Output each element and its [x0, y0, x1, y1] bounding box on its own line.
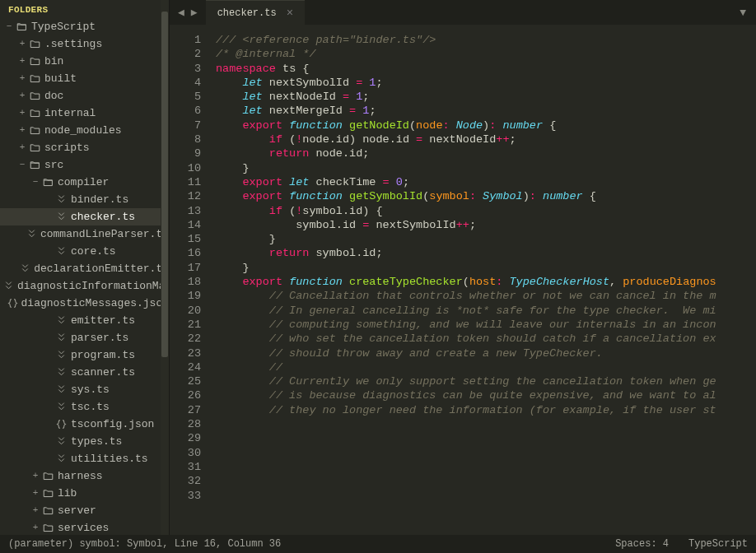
tree-folder[interactable]: +.settings: [0, 35, 169, 53]
line-number: 9: [170, 146, 216, 160]
expander-icon[interactable]: +: [30, 472, 41, 481]
expander-icon[interactable]: −: [3, 22, 15, 31]
code-line[interactable]: let nextNodeId = 1;: [216, 90, 756, 104]
expander-icon[interactable]: +: [16, 74, 28, 83]
code-line[interactable]: // Currently we only support setting the…: [216, 374, 756, 388]
tree-label: bin: [44, 55, 63, 67]
code-line[interactable]: // is because diagnostics can be quite e…: [216, 388, 756, 402]
code-line[interactable]: }: [216, 161, 756, 175]
expander-icon[interactable]: +: [16, 109, 28, 118]
code-line[interactable]: /* @internal */: [216, 47, 756, 61]
code-line[interactable]: symbol.id = nextSymbolId++;: [216, 218, 756, 232]
folder-icon: [41, 488, 54, 499]
tree-file[interactable]: types.ts: [0, 433, 169, 450]
tree-folder[interactable]: +server: [0, 502, 169, 519]
tree-label: utilities.ts: [71, 453, 148, 465]
close-icon[interactable]: ×: [287, 7, 293, 20]
code-line[interactable]: export function createTypeChecker(host: …: [216, 275, 756, 289]
tree-file[interactable]: scanner.ts: [0, 364, 169, 381]
tree-folder[interactable]: +scripts: [0, 139, 169, 156]
code-line[interactable]: }: [216, 261, 756, 275]
tree-file[interactable]: parser.ts: [0, 329, 169, 346]
code-content[interactable]: /// <reference path="binder.ts"/>/* @int…: [216, 25, 756, 535]
expander-icon[interactable]: +: [16, 40, 28, 49]
expander-icon[interactable]: +: [16, 126, 28, 135]
tabbar-menu-icon[interactable]: ▼: [730, 0, 756, 25]
status-language[interactable]: TypeScript: [688, 538, 748, 550]
line-number: 2: [170, 47, 216, 61]
folder-tree: −TypeScript+.settings+bin+built+doc+inte…: [0, 18, 169, 535]
tree-file[interactable]: tsconfig.json: [0, 416, 169, 433]
status-left[interactable]: (parameter) symbol: Symbol, Line 16, Col…: [8, 538, 281, 550]
code-line[interactable]: // they no longer need the information (…: [216, 403, 756, 417]
code-line[interactable]: /// <reference path="binder.ts"/>: [216, 33, 756, 47]
code-line[interactable]: if (!symbol.id) {: [216, 204, 756, 218]
tree-folder[interactable]: +bin: [0, 53, 169, 70]
tree-label: declarationEmitter.ts: [34, 263, 169, 275]
tree-file[interactable]: binder.ts: [0, 191, 169, 208]
code-line[interactable]: if (!node.id) node.id = nextNodeId++;: [216, 132, 756, 146]
tree-file[interactable]: emitter.ts: [0, 312, 169, 329]
tree-folder[interactable]: +doc: [0, 87, 169, 105]
status-spaces[interactable]: Spaces: 4: [615, 538, 669, 550]
sidebar-header: FOLDERS: [0, 0, 169, 18]
line-number: 28: [170, 417, 216, 431]
tree-folder[interactable]: +services: [0, 519, 169, 535]
code-line[interactable]: // should throw away and create a new Ty…: [216, 346, 756, 360]
line-number: 21: [170, 318, 216, 332]
tree-file[interactable]: commandLineParser.ts: [0, 225, 169, 243]
code-line[interactable]: let nextSymbolId = 1;: [216, 76, 756, 90]
tree-folder[interactable]: +built: [0, 70, 169, 87]
code-line[interactable]: return symbol.id;: [216, 246, 756, 260]
expander-icon[interactable]: −: [30, 178, 41, 187]
tree-file[interactable]: declarationEmitter.ts: [0, 260, 169, 277]
code-line[interactable]: }: [216, 232, 756, 246]
code-line[interactable]: namespace ts {: [216, 62, 756, 76]
scrollbar-thumb[interactable]: [161, 12, 168, 357]
expander-icon[interactable]: +: [30, 489, 41, 498]
nav-forward-icon[interactable]: ▶: [191, 6, 198, 19]
sidebar-scrollbar[interactable]: [161, 0, 169, 535]
tree-folder[interactable]: −TypeScript: [0, 18, 169, 35]
code-line[interactable]: // Cancellation that controls whether or…: [216, 289, 756, 303]
tree-folder[interactable]: +lib: [0, 485, 169, 502]
tree-folder[interactable]: −compiler: [0, 174, 169, 191]
code-line[interactable]: // computing something, and we will leav…: [216, 318, 756, 332]
tree-file[interactable]: program.ts: [0, 346, 169, 364]
expander-icon[interactable]: +: [16, 91, 28, 100]
expander-icon[interactable]: +: [16, 143, 28, 152]
code-line[interactable]: return node.id;: [216, 146, 756, 160]
code-line[interactable]: // who set the cancellation token should…: [216, 332, 756, 346]
expander-icon[interactable]: +: [16, 57, 28, 66]
tree-file[interactable]: core.ts: [0, 243, 169, 260]
tree-file[interactable]: sys.ts: [0, 381, 169, 398]
expander-icon[interactable]: +: [30, 506, 41, 515]
tree-file[interactable]: diagnosticMessages.json: [0, 295, 169, 312]
tree-label: scripts: [44, 142, 90, 154]
code-line[interactable]: //: [216, 360, 756, 374]
editor[interactable]: 1234567891011121314151617181920212223242…: [170, 25, 756, 535]
tree-folder[interactable]: +node_modules: [0, 122, 169, 139]
tree-folder[interactable]: −src: [0, 156, 169, 174]
code-line[interactable]: export function getNodeId(node: Node): n…: [216, 118, 756, 132]
line-number: 19: [170, 289, 216, 303]
code-line[interactable]: let nextMergeId = 1;: [216, 104, 756, 118]
code-line[interactable]: export let checkTime = 0;: [216, 175, 756, 189]
tree-folder[interactable]: +harness: [0, 467, 169, 485]
nav-back-icon[interactable]: ◀: [178, 6, 184, 19]
line-number: 20: [170, 304, 216, 318]
expander-icon[interactable]: +: [30, 523, 41, 532]
tree-label: scanner.ts: [71, 366, 135, 379]
expander-icon[interactable]: −: [16, 160, 28, 170]
tree-folder[interactable]: +internal: [0, 105, 169, 122]
tab-label: checker.ts: [217, 7, 277, 19]
tree-file[interactable]: diagnosticInformationMap.generated.ts: [0, 277, 169, 295]
tree-file[interactable]: utilities.ts: [0, 450, 169, 467]
tree-file[interactable]: tsc.ts: [0, 398, 169, 416]
line-number: 31: [170, 460, 216, 474]
tree-label: .settings: [44, 38, 102, 50]
tree-file[interactable]: checker.ts: [0, 208, 169, 225]
tab-checker[interactable]: checker.ts ×: [206, 0, 305, 25]
code-line[interactable]: export function getSymbolId(symbol: Symb…: [216, 189, 756, 203]
code-line[interactable]: // In general cancelling is *not* safe f…: [216, 304, 756, 318]
